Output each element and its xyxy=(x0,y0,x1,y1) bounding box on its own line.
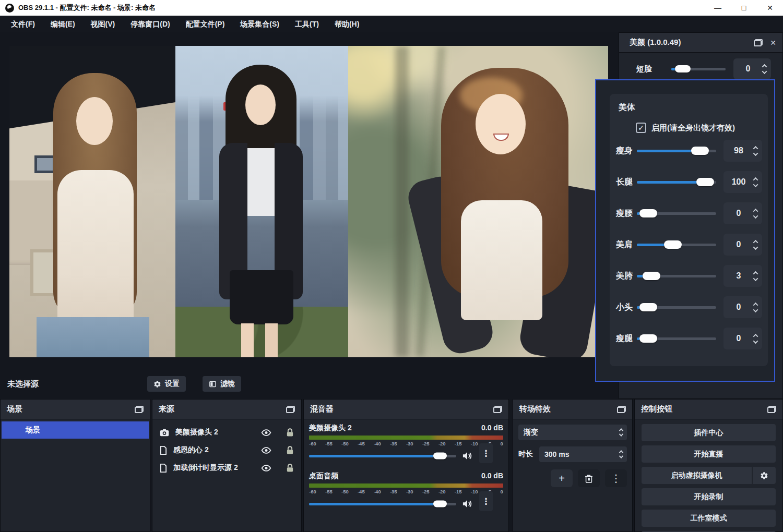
lock-icon[interactable] xyxy=(286,446,294,455)
transition-menu-button[interactable]: ⋮ xyxy=(605,469,627,487)
slider-row-hips: 美胯 3 xyxy=(610,260,768,292)
transition-select[interactable]: 渐变 xyxy=(518,425,627,440)
obs-logo-icon xyxy=(5,4,14,13)
slider-row-long-legs: 长腿 100 xyxy=(610,166,768,198)
popout-icon[interactable] xyxy=(286,406,295,413)
db-tick: -10 xyxy=(471,489,478,494)
track-menu-button[interactable]: ⋮ xyxy=(479,491,493,511)
close-icon[interactable]: ✕ xyxy=(770,39,776,47)
menu-view[interactable]: 视图(V) xyxy=(83,16,123,32)
slider-value-box[interactable]: 0 xyxy=(723,328,762,349)
menu-help[interactable]: 帮助(H) xyxy=(327,16,367,32)
db-tick: -45 xyxy=(358,441,365,446)
camera-icon xyxy=(160,429,169,437)
start-virtual-camera-button[interactable]: 启动虚拟摄像机 xyxy=(642,467,752,484)
menu-docks[interactable]: 停靠窗口(D) xyxy=(123,16,177,32)
minimize-button[interactable]: — xyxy=(705,0,731,16)
db-tick: 0 xyxy=(501,489,503,494)
shoulders-slider[interactable] xyxy=(637,244,716,246)
source-settings-button[interactable]: 设置 xyxy=(147,376,186,392)
slider-value-box[interactable]: 98 xyxy=(723,140,762,162)
slider-value-box[interactable]: 0 xyxy=(733,58,771,79)
spinner-arrows-icon[interactable] xyxy=(754,240,757,250)
slim-waist-slider[interactable] xyxy=(637,212,716,215)
source-name: 感恩的心 2 xyxy=(173,445,256,455)
source-row-media-1[interactable]: 感恩的心 2 xyxy=(152,441,301,459)
slim-legs-slider[interactable] xyxy=(637,337,716,340)
spinner-arrows-icon[interactable] xyxy=(754,303,757,312)
popout-icon[interactable] xyxy=(493,406,502,413)
lock-icon[interactable] xyxy=(286,464,294,473)
start-recording-button[interactable]: 开始录制 xyxy=(642,488,776,505)
volume-slider[interactable] xyxy=(309,455,456,457)
menu-profile[interactable]: 配置文件(P) xyxy=(178,16,233,32)
enable-checkbox[interactable]: ✓ xyxy=(636,123,646,133)
sources-dock-header: 来源 xyxy=(152,400,301,419)
preview-canvas[interactable] xyxy=(9,46,608,357)
remove-transition-button[interactable] xyxy=(578,469,600,487)
eye-icon[interactable] xyxy=(261,465,271,471)
hips-slider[interactable] xyxy=(637,275,716,277)
spinner-arrows-icon[interactable] xyxy=(763,64,766,74)
speaker-icon[interactable] xyxy=(461,451,473,461)
gear-icon xyxy=(153,380,161,388)
mixer-track-desktop: 桌面音频 0.0 dB -60-55-50-45-40-35-30-25-20-… xyxy=(304,467,508,510)
scene-list-item-selected[interactable]: 场景 xyxy=(2,421,149,439)
short-face-slider[interactable] xyxy=(671,68,726,70)
track-db: 0.0 dB xyxy=(481,424,503,433)
source-name: 加载倒计时显示源 2 xyxy=(173,463,256,473)
speaker-icon[interactable] xyxy=(461,499,473,509)
db-tick: -50 xyxy=(341,489,349,494)
transitions-dock: 转场特效 渐变 时长 300 ms + ⋮ xyxy=(513,399,633,532)
menu-file[interactable]: 文件(F) xyxy=(3,16,43,32)
start-streaming-button[interactable]: 开始直播 xyxy=(642,445,776,463)
slider-value-box[interactable]: 100 xyxy=(723,171,762,193)
maximize-button[interactable]: □ xyxy=(731,0,757,16)
eye-icon[interactable] xyxy=(261,429,271,436)
source-filters-button[interactable]: 滤镜 xyxy=(203,376,241,392)
slider-value-box[interactable]: 3 xyxy=(723,265,762,287)
spinner-arrows-icon[interactable] xyxy=(754,209,757,219)
long-legs-slider[interactable] xyxy=(637,181,716,184)
small-head-slider[interactable] xyxy=(637,306,716,309)
db-tick: -30 xyxy=(406,489,413,494)
popout-icon[interactable] xyxy=(767,406,776,413)
studio-mode-button[interactable]: 工作室模式 xyxy=(642,510,776,527)
slim-body-slider[interactable] xyxy=(637,150,716,152)
menu-scene-collection[interactable]: 场景集合(S) xyxy=(232,16,287,32)
popout-icon[interactable] xyxy=(135,406,144,413)
slider-label: 长腿 xyxy=(616,177,637,188)
duration-spinbox[interactable]: 300 ms xyxy=(539,446,627,462)
slider-row-shoulders: 美肩 0 xyxy=(610,229,768,260)
popout-icon[interactable] xyxy=(754,39,763,46)
virtual-camera-settings-button[interactable] xyxy=(753,467,776,484)
track-menu-button[interactable]: ⋮ xyxy=(479,443,493,463)
slider-value-box[interactable]: 0 xyxy=(723,202,762,224)
source-row-media-2[interactable]: 加载倒计时显示源 2 xyxy=(152,459,301,477)
volume-slider[interactable] xyxy=(309,503,456,505)
add-transition-button[interactable]: + xyxy=(551,469,573,487)
menu-edit[interactable]: 编辑(E) xyxy=(43,16,83,32)
spinner-arrows-icon[interactable] xyxy=(754,146,757,156)
source-row-camera[interactable]: 美颜摄像头 2 xyxy=(152,424,301,441)
duration-label: 时长 xyxy=(518,450,539,459)
slider-label: 短脸 xyxy=(636,64,658,74)
db-tick: -15 xyxy=(455,441,462,446)
db-tick: -45 xyxy=(358,489,365,494)
slider-label: 瘦腰 xyxy=(616,208,637,219)
lock-icon[interactable] xyxy=(286,428,294,437)
slider-value-box[interactable]: 0 xyxy=(723,234,762,256)
slider-value-box[interactable]: 0 xyxy=(723,296,762,318)
spinner-arrows-icon[interactable] xyxy=(754,177,757,187)
eye-icon[interactable] xyxy=(261,447,271,454)
settings-label: 设置 xyxy=(165,379,180,389)
close-button[interactable]: ✕ xyxy=(757,0,783,16)
popout-icon[interactable] xyxy=(617,406,626,413)
db-tick: -35 xyxy=(390,489,397,494)
spinner-arrows-icon[interactable] xyxy=(754,334,757,344)
menu-tools[interactable]: 工具(T) xyxy=(287,16,327,32)
transitions-title: 转场特效 xyxy=(519,404,551,414)
plugin-center-button[interactable]: 插件中心 xyxy=(642,424,776,441)
slider-row-slim-body: 瘦身 98 xyxy=(610,135,768,166)
spinner-arrows-icon[interactable] xyxy=(754,271,757,281)
